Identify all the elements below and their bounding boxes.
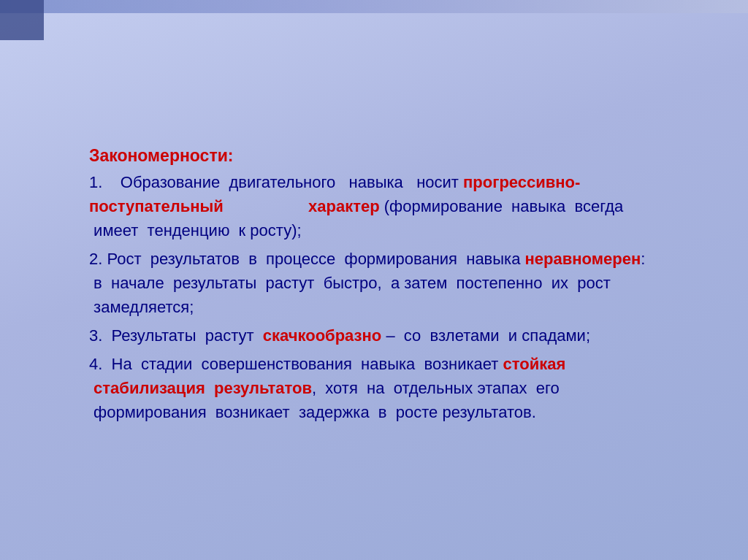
p2-normal-1: 2. Рост результатов в процессе формирова… bbox=[89, 250, 525, 268]
heading-text: Закономерности: bbox=[89, 146, 233, 165]
paragraph-1: 1. Образование двигательного навыка носи… bbox=[89, 170, 659, 242]
heading-block: Закономерности: bbox=[89, 146, 659, 166]
corner-square bbox=[0, 0, 44, 40]
p1-red-2: характер bbox=[308, 197, 380, 215]
p3-normal-1: 3. Результаты растут bbox=[89, 326, 263, 345]
slide-container: Закономерности: 1. Образование двигатель… bbox=[0, 0, 748, 560]
p3-normal-2: – со взлетами и спадами; bbox=[381, 326, 590, 345]
content-area: Закономерности: 1. Образование двигатель… bbox=[45, 117, 703, 458]
p1-normal-1b bbox=[224, 197, 308, 215]
paragraph-4: 4. На стадии совершенствования навыка во… bbox=[89, 352, 659, 424]
p3-red-1: скачкообразно bbox=[263, 326, 382, 345]
paragraph-3: 3. Результаты растут скачкообразно – со … bbox=[89, 323, 659, 348]
p4-normal-1: 4. На стадии совершенствования навыка во… bbox=[89, 355, 503, 373]
p1-normal-1: 1. Образование двигательного навыка носи… bbox=[89, 173, 463, 191]
top-bar bbox=[0, 0, 748, 13]
paragraph-2: 2. Рост результатов в процессе формирова… bbox=[89, 247, 659, 319]
p2-red-1: неравномерен bbox=[525, 250, 641, 268]
